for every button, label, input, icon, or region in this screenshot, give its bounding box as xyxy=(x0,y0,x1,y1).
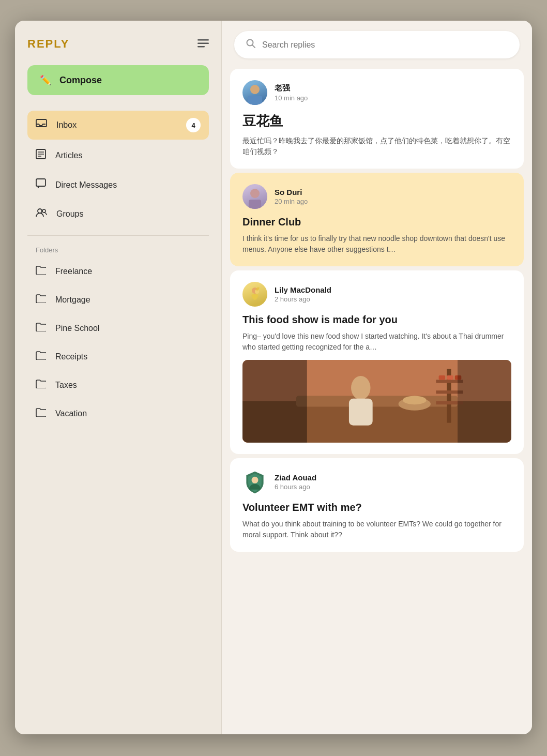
folder-item-taxes[interactable]: Taxes xyxy=(27,372,209,398)
svg-point-10 xyxy=(42,209,45,213)
svg-rect-16 xyxy=(249,200,261,209)
folder-item-vacation[interactable]: Vacation xyxy=(27,400,209,427)
sender-info: Ziad Aouad 6 hours ago xyxy=(275,473,316,491)
folder-icon xyxy=(36,351,46,362)
message-header: Ziad Aouad 6 hours ago xyxy=(242,470,511,494)
folder-icon xyxy=(36,322,46,334)
articles-label: Articles xyxy=(55,151,82,160)
message-subject: Volunteer EMT with me? xyxy=(242,502,511,513)
main-content: 老强 10 min ago 豆花鱼 最近忙吗？昨晚我去了你最爱的那家饭馆，点了他… xyxy=(222,21,532,734)
time-ago: 6 hours ago xyxy=(275,483,316,491)
sidebar-item-groups[interactable]: Groups xyxy=(27,201,209,227)
svg-point-25 xyxy=(403,396,427,405)
direct-messages-icon xyxy=(36,178,46,191)
sender-info: Lily MacDonald 2 hours ago xyxy=(275,285,331,303)
message-card[interactable]: So Duri 20 min ago Dinner Club I think i… xyxy=(230,173,524,266)
inbox-label: Inbox xyxy=(56,120,77,130)
message-card[interactable]: Ziad Aouad 6 hours ago Volunteer EMT wit… xyxy=(230,458,524,552)
folder-item-mortgage[interactable]: Mortgage xyxy=(27,286,209,313)
pencil-icon: ✏️ xyxy=(40,74,51,86)
svg-rect-33 xyxy=(242,360,307,443)
message-preview: I think it's time for us to finally try … xyxy=(242,233,511,255)
message-preview: Ping– you'd love this new food show I st… xyxy=(242,331,511,353)
svg-rect-21 xyxy=(296,396,458,407)
compose-label: Compose xyxy=(59,75,102,86)
sender-name: So Duri xyxy=(275,188,308,196)
menu-toggle-icon[interactable] xyxy=(197,38,209,50)
inbox-icon xyxy=(36,119,47,132)
time-ago: 20 min ago xyxy=(275,198,308,205)
svg-rect-14 xyxy=(248,96,262,105)
svg-rect-2 xyxy=(197,46,205,48)
sender-info: 老强 10 min ago xyxy=(275,83,308,102)
message-subject: 豆花鱼 xyxy=(242,112,511,130)
message-image xyxy=(242,360,511,443)
folder-pine-school-label: Pine School xyxy=(55,324,99,333)
folder-taxes-label: Taxes xyxy=(55,381,77,390)
avatar xyxy=(242,282,267,307)
time-ago: 2 hours ago xyxy=(275,295,331,303)
folders-label: Folders xyxy=(27,246,209,254)
sidebar-item-articles[interactable]: Articles xyxy=(27,142,209,169)
sidebar-item-inbox[interactable]: Inbox 4 xyxy=(27,111,209,140)
svg-rect-34 xyxy=(458,360,511,443)
message-subject: Dinner Club xyxy=(242,216,511,228)
svg-point-9 xyxy=(38,209,42,213)
direct-messages-label: Direct Messages xyxy=(55,180,117,190)
svg-rect-0 xyxy=(197,39,209,41)
search-icon xyxy=(246,38,256,51)
folder-receipts-label: Receipts xyxy=(55,352,87,361)
svg-point-15 xyxy=(250,189,260,198)
sender-name: Lily MacDonald xyxy=(275,285,331,294)
message-card[interactable]: Lily MacDonald 2 hours ago This food sho… xyxy=(230,270,524,454)
message-header: 老强 10 min ago xyxy=(242,80,511,105)
inbox-badge: 4 xyxy=(186,118,201,132)
message-preview: What do you think about training to be v… xyxy=(242,519,511,540)
sidebar-header: REPLY xyxy=(27,37,209,51)
sender-name: Ziad Aouad xyxy=(275,473,316,482)
folder-mortgage-label: Mortgage xyxy=(55,295,90,305)
message-subject: This food show is made for you xyxy=(242,314,511,326)
message-header: So Duri 20 min ago xyxy=(242,184,511,209)
message-list: 老强 10 min ago 豆花鱼 最近忙吗？昨晚我去了你最爱的那家饭馆，点了他… xyxy=(222,69,532,564)
message-card[interactable]: 老强 10 min ago 豆花鱼 最近忙吗？昨晚我去了你最爱的那家饭馆，点了他… xyxy=(230,69,524,169)
folder-item-pine-school[interactable]: Pine School xyxy=(27,315,209,341)
app-container: REPLY ✏️ Compose Inbox 4 xyxy=(15,21,532,734)
svg-point-35 xyxy=(252,477,259,483)
svg-point-13 xyxy=(250,85,260,94)
message-header: Lily MacDonald 2 hours ago xyxy=(242,282,511,307)
folder-vacation-label: Vacation xyxy=(55,409,87,418)
sender-info: So Duri 20 min ago xyxy=(275,188,308,205)
folders-section: Folders Freelance Mortgage xyxy=(27,246,209,427)
search-input[interactable] xyxy=(262,40,508,50)
nav-divider xyxy=(27,235,209,236)
avatar xyxy=(242,184,267,209)
app-logo: REPLY xyxy=(27,37,69,51)
svg-rect-1 xyxy=(197,42,209,44)
folder-item-freelance[interactable]: Freelance xyxy=(27,258,209,284)
folder-icon xyxy=(36,407,46,419)
folder-item-receipts[interactable]: Receipts xyxy=(27,343,209,370)
folder-icon xyxy=(36,379,46,391)
svg-rect-8 xyxy=(36,179,45,186)
folder-freelance-label: Freelance xyxy=(55,267,92,276)
folder-icon xyxy=(36,265,46,277)
sender-name: 老强 xyxy=(275,83,308,93)
folder-icon xyxy=(36,294,46,306)
svg-line-12 xyxy=(252,45,255,48)
svg-rect-31 xyxy=(447,375,453,380)
groups-label: Groups xyxy=(56,209,83,219)
time-ago: 10 min ago xyxy=(275,94,308,102)
search-bar xyxy=(234,31,520,58)
articles-icon xyxy=(36,149,46,162)
avatar xyxy=(242,470,267,494)
compose-button[interactable]: ✏️ Compose xyxy=(27,65,209,95)
svg-rect-30 xyxy=(439,375,445,380)
groups-icon xyxy=(36,208,47,220)
svg-rect-23 xyxy=(349,399,373,426)
sidebar: REPLY ✏️ Compose Inbox 4 xyxy=(15,21,222,734)
message-preview: 最近忙吗？昨晚我去了你最爱的那家饭馆，点了他们的特色菜，吃着就想你了。有空咱们视… xyxy=(242,135,511,157)
sidebar-item-direct-messages[interactable]: Direct Messages xyxy=(27,171,209,199)
svg-point-22 xyxy=(351,376,370,400)
search-bar-wrapper xyxy=(222,21,532,69)
